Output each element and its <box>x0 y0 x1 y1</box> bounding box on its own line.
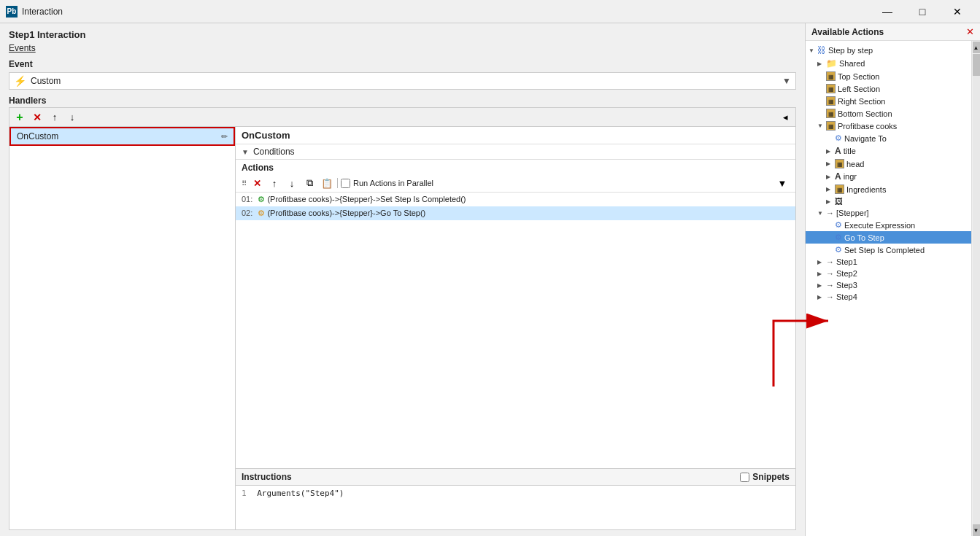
tree-item-label: Step3 <box>836 281 857 290</box>
conditions-bar: ▼ Conditions <box>236 144 795 160</box>
actions-list: 01: ⚙ (Profitbase cooks)->{Stepper}->Set… <box>236 193 795 468</box>
event-row: ⚡ Custom ▼ <box>9 72 796 90</box>
tree-item[interactable]: ▶→Step1 <box>806 256 971 268</box>
conditions-arrow-icon[interactable]: ▼ <box>242 148 249 156</box>
add-handler-button[interactable]: + <box>12 110 27 125</box>
delete-icon: ✕ <box>33 112 42 123</box>
handler-item-oncustom[interactable]: OnCustom ✏ <box>9 127 235 146</box>
handler-label: OnCustom <box>17 131 58 141</box>
paste-action-button[interactable]: 📋 <box>320 176 334 190</box>
tree-item[interactable]: ▦Top Section <box>806 70 971 82</box>
maximize-button[interactable]: □ <box>906 0 939 23</box>
delete-handler-button[interactable]: ✕ <box>30 110 45 125</box>
tree-item[interactable]: ▶→Step3 <box>806 279 971 291</box>
snippets-checkbox[interactable] <box>740 473 749 482</box>
instructions-header: Instructions Snippets <box>236 469 795 486</box>
action-row-2[interactable]: 02: ⚙ (Profitbase cooks)->{Stepper}->Go … <box>236 206 795 220</box>
instructions-body: 1 Arguments("Step4") <box>236 486 795 529</box>
down-icon: ↓ <box>290 178 295 189</box>
drag-handle-icon: ⠿ <box>242 179 247 187</box>
tree-item[interactable]: ▼→[Stepper] <box>806 207 971 219</box>
tree-item-label: Navigate To <box>844 134 887 143</box>
tree-item-label: head <box>846 160 864 168</box>
tree-item[interactable]: ▦Right Section <box>806 95 971 107</box>
run-parallel-checkbox[interactable] <box>341 179 350 188</box>
event-dropdown-icon[interactable]: ▼ <box>782 76 791 86</box>
tree-item[interactable]: ▦Bottom Section <box>806 107 971 120</box>
edit-icon[interactable]: ✏ <box>221 132 228 141</box>
handlers-label: Handlers <box>9 96 796 106</box>
tree-item[interactable]: ▶▦Ingredients <box>806 183 971 195</box>
line-number: 1 <box>242 489 247 498</box>
tree-item[interactable]: ▶Atitle <box>806 144 971 158</box>
menu-events[interactable]: Events <box>9 43 36 53</box>
tree-item-label: [Stepper] <box>836 209 869 217</box>
tree-item[interactable]: ⚙Navigate To <box>806 132 971 144</box>
actions-section: Actions ⠿ ✕ ↑ ↓ ⧉ <box>236 160 795 468</box>
scrollbar-track <box>973 54 980 524</box>
snippets-label: Snippets <box>752 472 790 482</box>
move-up-handler-button[interactable]: ↑ <box>47 110 62 125</box>
action-icon-1: ⚙ <box>258 195 265 203</box>
move-down-handler-button[interactable]: ↓ <box>65 110 80 125</box>
move-action-down-button[interactable]: ↓ <box>285 176 299 190</box>
tree-item[interactable]: ⚙Go To Step <box>806 231 971 244</box>
event-label: Event <box>9 59 796 69</box>
scrollbar-down-arrow[interactable]: ▼ <box>973 524 980 536</box>
run-parallel-label[interactable]: Run Actions in Parallel <box>341 179 433 188</box>
oncustom-header: OnCustom <box>236 127 795 144</box>
close-button[interactable]: ✕ <box>941 0 974 23</box>
action-text-1: (Profitbase cooks)->{Stepper}->Set Step … <box>267 195 466 203</box>
tree-item[interactable]: ▼⛓Step by step <box>806 44 971 57</box>
step-title: Step1 Interaction <box>9 29 796 40</box>
tree-item-label: Right Section <box>838 97 885 106</box>
collapse-handlers-button[interactable]: ◂ <box>778 110 792 125</box>
tree-item-label: title <box>844 147 856 155</box>
left-section: Step1 Interaction Events Event ⚡ Custom … <box>0 23 805 536</box>
handlers-toolbar: + ✕ ↑ ↓ ◂ <box>9 107 796 126</box>
available-actions-title: Available Actions <box>811 27 884 37</box>
tree-item-label: Step2 <box>836 269 857 278</box>
tree-item[interactable]: ▦Left Section <box>806 82 971 95</box>
window-title: Interaction <box>22 7 871 17</box>
tree-item[interactable]: ▶→Step2 <box>806 268 971 279</box>
tree-item-label: Step4 <box>836 292 857 301</box>
delete-action-button[interactable]: ✕ <box>250 176 264 190</box>
right-panel: Available Actions ✕ ▼⛓Step by step▶📁Shar… <box>805 23 980 536</box>
scrollbar-thumb[interactable] <box>973 54 980 76</box>
tree-item-label: Bottom Section <box>838 109 892 118</box>
action-row-1[interactable]: 01: ⚙ (Profitbase cooks)->{Stepper}->Set… <box>236 193 795 206</box>
tree-item[interactable]: ⚙Execute Expression <box>806 219 971 231</box>
down-arrow-icon: ↓ <box>70 112 75 123</box>
tree-item-label: Left Section <box>838 85 880 93</box>
tree-item-label: Execute Expression <box>844 221 915 230</box>
tree-item[interactable]: ⚙Set Step Is Completed <box>806 244 971 256</box>
tree-item[interactable]: ▶Aingr <box>806 170 971 183</box>
close-panel-button[interactable]: ✕ <box>966 26 974 37</box>
delete-action-icon: ✕ <box>253 178 261 189</box>
tree-container: ▼⛓Step by step▶📁Shared▦Top Section▦Left … <box>806 41 971 536</box>
tree-item[interactable]: ▶▦head <box>806 158 971 170</box>
event-icon: ⚡ <box>14 75 26 87</box>
tree-item[interactable]: ▶📁Shared <box>806 57 971 70</box>
instructions-label: Instructions <box>242 472 292 482</box>
tree-item-label: Set Step Is Completed <box>844 246 925 255</box>
copy-action-button[interactable]: ⧉ <box>302 176 317 190</box>
handlers-body: OnCustom ✏ OnCustom ▼ Conditions Actions… <box>9 126 796 530</box>
scrollbar[interactable]: ▲ ▼ <box>971 41 980 536</box>
instructions-section: Instructions Snippets 1 Arguments("Step4… <box>236 468 795 529</box>
instruction-code: Arguments("Step4") <box>257 489 344 498</box>
scrollbar-up-arrow[interactable]: ▲ <box>973 42 980 53</box>
paste-icon: 📋 <box>321 178 333 189</box>
up-arrow-icon: ↑ <box>53 112 58 123</box>
tree-item-label: ingr <box>844 172 857 181</box>
toolbar-separator <box>337 178 338 188</box>
tree-item-label: Go To Step <box>844 233 884 242</box>
tree-item[interactable]: ▼▦Profitbase cooks <box>806 120 971 132</box>
tree-item[interactable]: ▶→Step4 <box>806 291 971 303</box>
move-action-up-button[interactable]: ↑ <box>267 176 282 190</box>
tree-item-label: Shared <box>839 59 865 68</box>
expand-actions-button[interactable]: ▼ <box>775 176 790 190</box>
tree-item[interactable]: ▶🖼 <box>806 195 971 207</box>
minimize-button[interactable]: — <box>871 0 904 23</box>
